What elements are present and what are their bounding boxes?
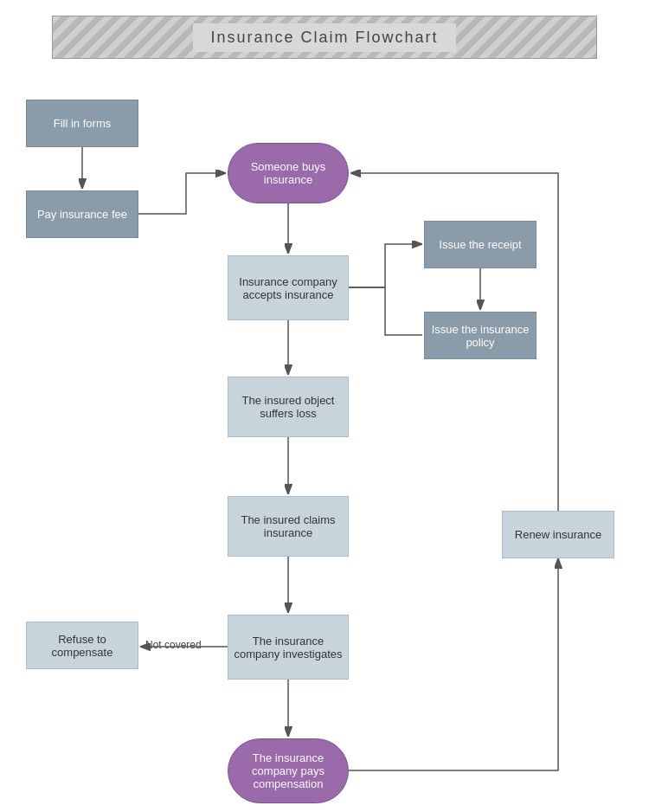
issue-policy-box: Issue the insurance policy xyxy=(424,312,537,359)
issue-receipt-box: Issue the receipt xyxy=(424,221,537,268)
pays-compensation-box: The insurance company pays compensation xyxy=(228,738,349,803)
investigates-box: The insurance company investigates xyxy=(228,615,349,680)
not-covered-label: Not covered xyxy=(145,639,202,651)
title-bar: Insurance Claim Flowchart xyxy=(52,16,597,59)
suffers-loss-box: The insured object suffers loss xyxy=(228,377,349,437)
accepts-insurance-box: Insurance company accepts insurance xyxy=(228,255,349,320)
claims-insurance-box: The insured claims insurance xyxy=(228,496,349,557)
pay-insurance-fee-box: Pay insurance fee xyxy=(26,190,138,238)
renew-insurance-box: Renew insurance xyxy=(502,511,614,558)
page-title: Insurance Claim Flowchart xyxy=(193,23,455,52)
fill-in-forms-box: Fill in forms xyxy=(26,100,138,147)
refuse-box: Refuse to compensate xyxy=(26,622,138,669)
someone-buys-box: Someone buys insurance xyxy=(228,143,349,203)
